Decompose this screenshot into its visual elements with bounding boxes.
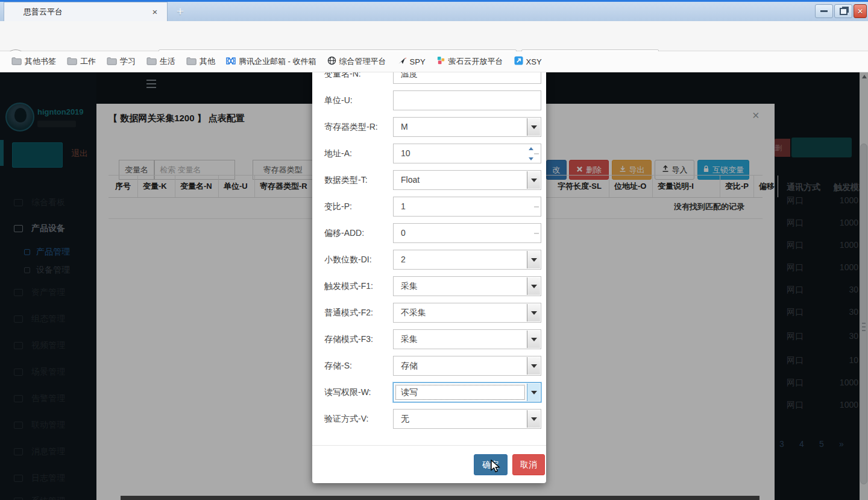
bookmarks-bar: 其他书签工作学习生活其他腾讯企业邮箱 - 收件箱综合管理平台SPY萤石云开放平台…: [0, 51, 868, 72]
field-input[interactable]: 10: [393, 144, 541, 163]
field-label: 小数位数-DI:: [324, 255, 372, 265]
chevron-down-icon: [531, 125, 537, 129]
field-input[interactable]: 0: [393, 223, 541, 243]
modal-field-row: 小数位数-DI:2: [312, 250, 546, 270]
field-select[interactable]: 读写: [393, 382, 541, 402]
field-label: 寄存器类型-R:: [324, 122, 378, 133]
tab-title: 思普云平台: [24, 7, 149, 17]
bookmark-item[interactable]: 学习: [107, 56, 136, 67]
focus-outline: [395, 385, 525, 400]
bookmark-item[interactable]: 工作: [67, 56, 96, 67]
field-select[interactable]: 存储: [393, 356, 541, 376]
point-config-modal: 变量名-N:温度单位-U:寄存器类型-R:M地址-A:10数据类型-T:Floa…: [312, 72, 546, 483]
window-close-button[interactable]: ✕: [854, 4, 867, 18]
field-value: 采集: [401, 281, 418, 292]
modal-field-row: 验证方式-V:无: [312, 409, 546, 429]
field-select[interactable]: M: [393, 117, 541, 137]
window-restore-button[interactable]: [834, 4, 852, 18]
app-viewport: hignton2019 退出 综合看板产品设备产品管理设备管理资产管理组态管理视…: [0, 72, 868, 500]
window-minimize-button[interactable]: [815, 4, 833, 18]
modal-field-row: 偏移-ADD:0: [312, 223, 546, 243]
modal-field-row: 存储模式-F3:采集: [312, 329, 546, 349]
field-value: Float: [401, 175, 420, 185]
restore-icon: [840, 8, 848, 15]
chevron-down-icon: [531, 338, 537, 341]
field-value: 10: [401, 148, 410, 158]
bookmark-label: 其他: [200, 56, 215, 67]
bookmark-item[interactable]: XSY: [514, 56, 542, 67]
field-input[interactable]: 温度: [393, 72, 541, 84]
modal-field-row: 读写权限-W:读写: [312, 382, 546, 402]
field-label: 数据类型-T:: [324, 175, 368, 186]
dropdown-button[interactable]: [527, 331, 540, 348]
folder-icon: [67, 57, 80, 67]
bookmark-label: 萤石云开放平台: [448, 56, 503, 67]
folder-icon: [186, 57, 200, 67]
dropdown-button[interactable]: [527, 357, 540, 375]
dropdown-button[interactable]: [527, 384, 540, 401]
bookmark-item[interactable]: 其他: [186, 56, 215, 67]
field-label: 偏移-ADD:: [324, 228, 364, 239]
modal-field-row: 变量名-N:温度: [312, 72, 546, 84]
modal-field-row: 变比-P:1: [312, 197, 546, 217]
field-select[interactable]: 不采集: [393, 303, 541, 323]
bookmark-label: 工作: [80, 56, 96, 67]
dropdown-button[interactable]: [527, 304, 540, 321]
tencent-mail-icon: [226, 57, 239, 67]
bookmark-label: XSY: [526, 57, 542, 66]
bookmark-label: 学习: [120, 56, 136, 67]
field-input[interactable]: 1: [393, 197, 541, 217]
field-value: 1: [401, 201, 406, 211]
disabled-dash: [534, 233, 539, 234]
modal-field-row: 寄存器类型-R:M: [312, 117, 546, 137]
dart-icon: [397, 57, 410, 67]
modal-field-row: 存储-S:存储: [312, 356, 546, 376]
bookmark-item[interactable]: 综合管理平台: [327, 56, 386, 67]
field-select[interactable]: 2: [393, 250, 541, 270]
chevron-down-icon: [531, 179, 537, 182]
field-select[interactable]: Float: [393, 170, 541, 190]
field-label: 变比-P:: [324, 201, 352, 212]
field-value: 温度: [401, 72, 418, 80]
field-select[interactable]: 采集: [393, 276, 541, 296]
field-label: 触发模式-F1:: [324, 281, 373, 292]
field-select[interactable]: 采集: [393, 329, 541, 349]
folder-icon: [107, 57, 120, 67]
spinner-down-icon: [529, 157, 533, 160]
chevron-down-icon: [531, 364, 537, 368]
spinner-up-icon: [529, 147, 533, 150]
bookmark-item[interactable]: 萤石云开放平台: [436, 56, 503, 67]
chevron-down-icon: [531, 258, 537, 262]
chevron-down-icon: [531, 311, 537, 315]
tab-active[interactable]: 思普云平台 ×: [4, 2, 168, 21]
folder-icon: [146, 57, 160, 67]
bookmark-item[interactable]: 生活: [146, 56, 175, 67]
disabled-dash: [534, 206, 539, 207]
folder-icon: [11, 57, 25, 67]
field-label: 验证方式-V:: [324, 414, 368, 425]
modal-footer-divider: [312, 445, 546, 446]
field-select[interactable]: 无: [393, 409, 541, 429]
dropdown-button[interactable]: [527, 277, 540, 295]
field-input[interactable]: [393, 90, 541, 110]
field-label: 普通模式-F2:: [324, 308, 373, 318]
dropdown-button[interactable]: [527, 251, 540, 268]
dropdown-button[interactable]: [527, 410, 540, 428]
cancel-button[interactable]: 取消: [512, 454, 545, 475]
globe-icon: [327, 56, 339, 67]
dropdown-button[interactable]: [527, 171, 540, 189]
bookmark-item[interactable]: 腾讯企业邮箱 - 收件箱: [226, 56, 316, 67]
new-tab-button[interactable]: +: [171, 4, 189, 19]
modal-field-row: 数据类型-T:Float: [312, 170, 546, 190]
field-value: 0: [401, 228, 406, 238]
chevron-down-icon: [531, 285, 537, 288]
bookmark-item[interactable]: 其他书签: [11, 56, 56, 67]
field-value: 存储: [401, 361, 418, 372]
bookmark-label: 腾讯企业邮箱 - 收件箱: [239, 56, 316, 67]
modal-field-row: 触发模式-F1:采集: [312, 276, 546, 296]
bookmark-item[interactable]: SPY: [397, 57, 426, 67]
dropdown-button[interactable]: [527, 118, 540, 136]
bookmark-label: 综合管理平台: [339, 56, 386, 67]
bookmark-label: 生活: [160, 56, 175, 67]
tab-close-icon[interactable]: ×: [149, 7, 161, 17]
